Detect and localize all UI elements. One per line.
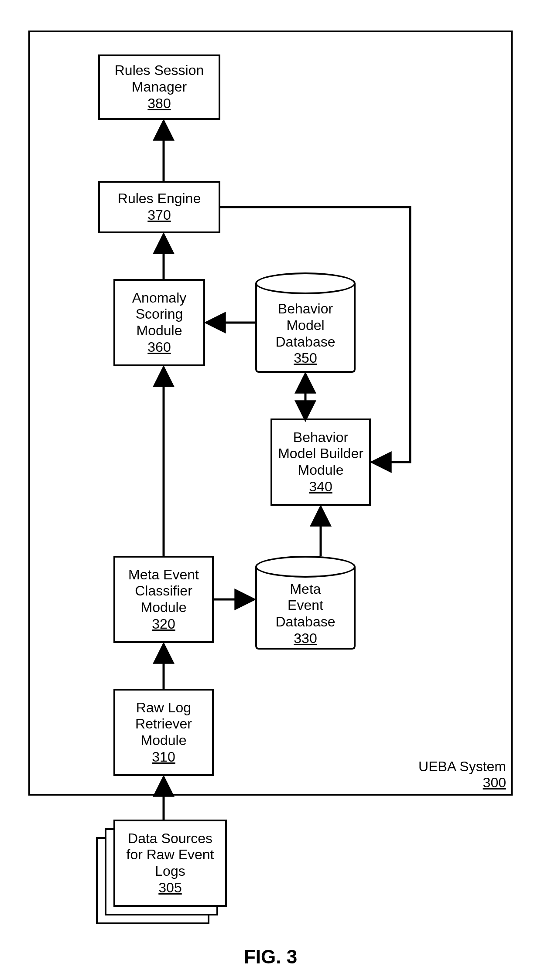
figure-label: FIG. 3 <box>227 946 314 968</box>
figure-label-text: FIG. 3 <box>244 946 297 967</box>
arrow-rulesengine-builder <box>220 207 410 462</box>
arrows-layer <box>0 0 541 980</box>
